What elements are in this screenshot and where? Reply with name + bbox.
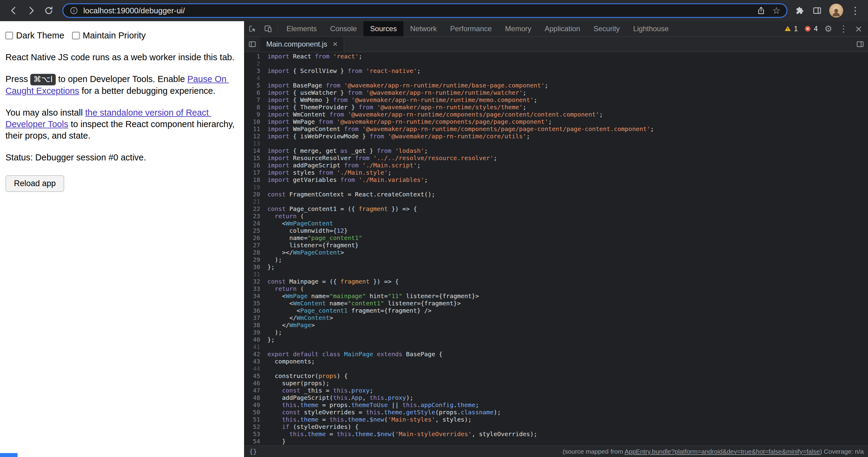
line-number[interactable]: 54 bbox=[244, 437, 266, 445]
line-number[interactable]: 34 bbox=[244, 292, 266, 300]
extensions-icon[interactable] bbox=[795, 6, 805, 15]
code-text: this.theme = props.themeToUse || this.ap… bbox=[266, 401, 479, 409]
line-number[interactable]: 31 bbox=[244, 270, 266, 278]
line-number[interactable]: 41 bbox=[244, 343, 266, 351]
forward-button[interactable] bbox=[23, 2, 40, 20]
line-number[interactable]: 40 bbox=[244, 336, 266, 343]
url-text[interactable]: localhost:19000/debugger-ui/ bbox=[83, 6, 185, 15]
devtools-tab-application[interactable]: Application bbox=[538, 21, 587, 36]
site-info-icon[interactable] bbox=[69, 6, 79, 15]
devtools-menu-icon[interactable]: ⋮ bbox=[837, 24, 850, 34]
line-number[interactable]: 22 bbox=[244, 205, 266, 213]
errors-badge[interactable]: 4 bbox=[801, 25, 820, 33]
devtools-tab-elements[interactable]: Elements bbox=[280, 21, 323, 36]
line-number[interactable]: 26 bbox=[244, 234, 266, 241]
line-number[interactable]: 52 bbox=[244, 423, 266, 430]
toggle-navigator-icon[interactable] bbox=[244, 37, 260, 52]
line-number[interactable]: 48 bbox=[244, 394, 266, 401]
line-number[interactable]: 43 bbox=[244, 358, 266, 365]
line-number[interactable]: 45 bbox=[244, 372, 266, 380]
line-number[interactable]: 27 bbox=[244, 241, 266, 249]
profile-avatar[interactable] bbox=[829, 4, 843, 18]
line-number[interactable]: 3 bbox=[244, 67, 266, 74]
line-number[interactable]: 36 bbox=[244, 307, 266, 314]
line-number[interactable]: 32 bbox=[244, 278, 266, 285]
devtools-tab-console[interactable]: Console bbox=[323, 21, 364, 36]
line-number[interactable]: 51 bbox=[244, 416, 266, 423]
line-number[interactable]: 23 bbox=[244, 213, 266, 220]
line-number[interactable]: 14 bbox=[244, 147, 266, 154]
line-number[interactable]: 5 bbox=[244, 82, 266, 89]
line-number[interactable]: 19 bbox=[244, 184, 266, 191]
code-line: 33 return ( bbox=[244, 285, 868, 292]
line-number[interactable]: 39 bbox=[244, 329, 266, 336]
side-panel-icon[interactable] bbox=[812, 6, 822, 15]
code-line: 39 ); bbox=[244, 329, 868, 336]
code-text: const _this = this.proxy; bbox=[266, 387, 373, 394]
settings-gear-icon[interactable]: ⚙ bbox=[822, 24, 835, 34]
line-number[interactable]: 12 bbox=[244, 133, 266, 140]
line-number[interactable]: 50 bbox=[244, 409, 266, 416]
devtools-tab-performance[interactable]: Performance bbox=[443, 21, 498, 36]
dark-theme-label[interactable]: Dark Theme bbox=[16, 30, 64, 41]
line-number[interactable]: 44 bbox=[244, 365, 266, 372]
browser-menu-icon[interactable]: ⋮ bbox=[850, 6, 860, 15]
line-number[interactable]: 28 bbox=[244, 249, 266, 256]
devtools-tab-memory[interactable]: Memory bbox=[498, 21, 538, 36]
line-number[interactable]: 18 bbox=[244, 176, 266, 184]
line-number[interactable]: 49 bbox=[244, 401, 266, 409]
line-number[interactable]: 2 bbox=[244, 60, 266, 67]
line-number[interactable]: 35 bbox=[244, 300, 266, 307]
devtools-tab-network[interactable]: Network bbox=[403, 21, 443, 36]
line-number[interactable]: 4 bbox=[244, 74, 266, 82]
code-editor[interactable]: 1import React from 'react';23import { Sc… bbox=[244, 52, 868, 446]
devtools-tab-security[interactable]: Security bbox=[587, 21, 627, 36]
line-number[interactable]: 8 bbox=[244, 103, 266, 111]
line-number[interactable]: 46 bbox=[244, 380, 266, 387]
line-number[interactable]: 47 bbox=[244, 387, 266, 394]
pretty-print-icon[interactable]: {} bbox=[249, 448, 257, 455]
source-map-link[interactable]: AppEntry.bundle?platform=android&dev=tru… bbox=[624, 448, 820, 455]
reload-page-button[interactable] bbox=[40, 2, 58, 20]
line-number[interactable]: 33 bbox=[244, 285, 266, 292]
line-number[interactable]: 24 bbox=[244, 220, 266, 227]
line-number[interactable]: 1 bbox=[244, 53, 266, 60]
reload-app-button[interactable]: Reload app bbox=[5, 175, 64, 192]
devtools-close-icon[interactable]: × bbox=[851, 24, 866, 34]
line-number[interactable]: 25 bbox=[244, 227, 266, 234]
line-number[interactable]: 38 bbox=[244, 321, 266, 329]
devtools-tab-lighthouse[interactable]: Lighthouse bbox=[626, 21, 675, 36]
file-tab-main-component[interactable]: Main.component.js × bbox=[260, 37, 344, 52]
line-number[interactable]: 21 bbox=[244, 198, 266, 205]
toggle-debugger-sidebar-icon[interactable] bbox=[852, 37, 868, 52]
line-number[interactable]: 13 bbox=[244, 140, 266, 147]
line-number[interactable]: 20 bbox=[244, 191, 266, 198]
share-icon[interactable] bbox=[756, 6, 766, 15]
code-text: super(props); bbox=[266, 380, 330, 387]
inspect-element-button[interactable] bbox=[244, 21, 260, 36]
line-number[interactable]: 11 bbox=[244, 125, 266, 133]
line-number[interactable]: 16 bbox=[244, 162, 266, 169]
line-number[interactable]: 6 bbox=[244, 89, 266, 96]
file-tab-close-icon[interactable]: × bbox=[333, 40, 337, 48]
line-number[interactable]: 15 bbox=[244, 154, 266, 162]
line-number[interactable]: 42 bbox=[244, 351, 266, 358]
line-number[interactable]: 7 bbox=[244, 96, 266, 103]
bookmark-star-icon[interactable]: ☆ bbox=[772, 6, 780, 15]
line-number[interactable]: 53 bbox=[244, 430, 266, 437]
maintain-priority-checkbox[interactable] bbox=[72, 32, 80, 39]
dark-theme-checkbox[interactable] bbox=[5, 32, 13, 39]
line-number[interactable]: 9 bbox=[244, 111, 266, 118]
address-bar[interactable]: localhost:19000/debugger-ui/ ☆ bbox=[62, 3, 787, 18]
line-number[interactable]: 29 bbox=[244, 256, 266, 263]
line-number[interactable]: 17 bbox=[244, 169, 266, 176]
warnings-badge[interactable]: 1 bbox=[781, 25, 800, 33]
line-number[interactable]: 10 bbox=[244, 118, 266, 125]
devtools-tab-sources[interactable]: Sources bbox=[364, 21, 403, 36]
line-number[interactable]: 30 bbox=[244, 263, 266, 270]
device-toolbar-button[interactable] bbox=[260, 21, 276, 36]
code-text: this.theme = this.theme.$new('Main-style… bbox=[266, 416, 471, 423]
line-number[interactable]: 37 bbox=[244, 314, 266, 321]
back-button[interactable] bbox=[5, 2, 23, 20]
maintain-priority-label[interactable]: Maintain Priority bbox=[83, 30, 146, 41]
